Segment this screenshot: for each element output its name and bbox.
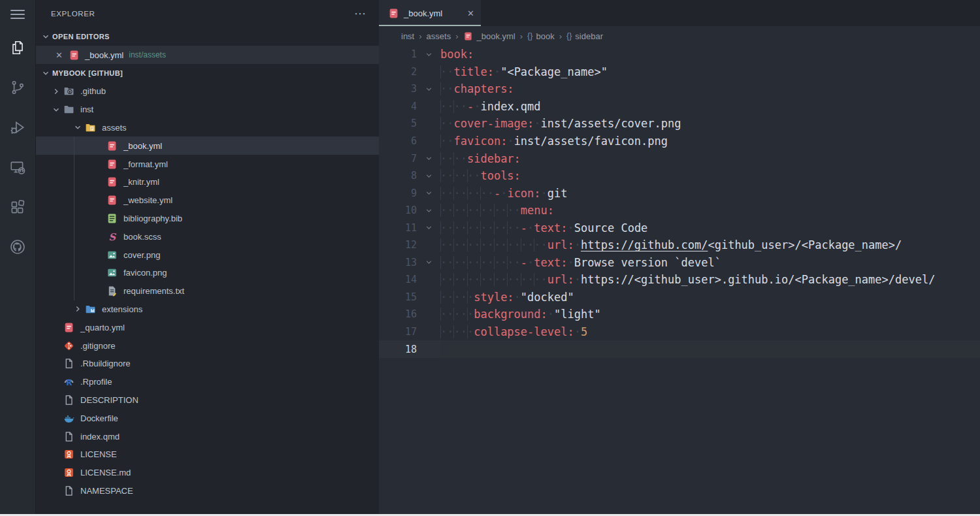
chevron-down-icon <box>73 122 83 133</box>
menu-button[interactable] <box>0 0 36 29</box>
tree-item-label: requirements.txt <box>123 286 184 296</box>
svg-text:R: R <box>66 378 72 387</box>
code-line-content: ·····background:·"light" <box>440 308 601 321</box>
indent-guide <box>440 256 441 269</box>
tree-item--quarto-yml[interactable]: _quarto.yml <box>36 318 379 336</box>
fold-chevron-icon[interactable] <box>417 50 440 59</box>
image-icon <box>106 267 118 278</box>
tree-item--gitignore[interactable]: .gitignore <box>36 336 379 355</box>
code-line-1[interactable]: 1book: <box>379 46 980 63</box>
open-editor-item[interactable]: ✕ _book.yml inst/assets <box>36 46 379 64</box>
code-line-2[interactable]: 2··title:·"<Package_name>" <box>379 63 980 81</box>
tree-item-assets[interactable]: assets <box>36 119 379 137</box>
activity-source-control[interactable] <box>0 69 36 108</box>
indent-guide <box>480 204 481 217</box>
activity-extensions[interactable] <box>0 188 36 228</box>
tree-item-dockerfile[interactable]: Dockerfile <box>36 409 379 427</box>
workspace-section-header[interactable]: MYBOOK [GITHUB] <box>36 64 379 82</box>
tree-item-label: _knitr.yml <box>123 177 159 187</box>
open-editors-section-header[interactable]: OPEN EDITORS <box>36 27 379 46</box>
code-line-18[interactable]: 18 <box>379 340 980 358</box>
tree-item-description[interactable]: DESCRIPTION <box>36 391 379 410</box>
activity-run-debug[interactable] <box>0 108 36 148</box>
code-line-4[interactable]: 4····-·index.qmd <box>379 98 980 116</box>
tree-item-label: _format.yml <box>123 159 168 169</box>
indent-guide <box>467 238 468 251</box>
code-line-6[interactable]: 6··favicon:·inst/assets/favicon.png <box>379 133 980 150</box>
fold-chevron-icon[interactable] <box>417 154 440 163</box>
code-line-13[interactable]: 13············-·text:·Browse version `de… <box>379 254 980 272</box>
code-line-7[interactable]: 7····sidebar: <box>379 150 980 167</box>
breadcrumb-item--book-yml[interactable]: _book.yml <box>463 31 515 41</box>
tree-item-requirements-txt[interactable]: requirements.txt <box>36 282 379 300</box>
fold-chevron-icon[interactable] <box>417 206 440 215</box>
tree-item-cover-png[interactable]: cover.png <box>36 246 379 264</box>
tree-item-favicon-png[interactable]: favicon.png <box>36 264 379 282</box>
tree-item-extensions[interactable]: extensions <box>36 300 379 319</box>
close-icon[interactable]: ✕ <box>56 50 69 60</box>
tree-item-license[interactable]: LICENSE <box>36 445 379 464</box>
code-line-8[interactable]: 8······tools: <box>379 167 980 185</box>
code-line-5[interactable]: 5··cover-image:·inst/assets/cover.png <box>379 115 980 133</box>
tab-book-yml[interactable]: _book.yml ✕ <box>379 0 481 26</box>
activity-remote-explorer[interactable] <box>0 148 36 188</box>
more-actions-button[interactable]: ⋯ <box>354 10 367 17</box>
fold-chevron-icon[interactable] <box>417 223 440 232</box>
code-line-16[interactable]: 16·····background:·"light" <box>379 306 980 323</box>
breadcrumb-item-book[interactable]: {}book <box>527 31 555 41</box>
chevron-slot <box>51 340 61 351</box>
activity-explorer[interactable] <box>0 29 36 69</box>
token-key: menu: <box>521 204 554 217</box>
tree-item-license-md[interactable]: LICENSE.md <box>36 464 379 482</box>
code-line-14[interactable]: 14················url:·https://<github_u… <box>379 271 980 289</box>
token-num: 5 <box>581 325 587 338</box>
code-line-3[interactable]: 3··chapters: <box>379 80 980 98</box>
breadcrumb-label: assets <box>427 31 451 41</box>
code-editor[interactable]: 1book:2··title:·"<Package_name>"3··chapt… <box>379 46 980 514</box>
tree-item-label: NAMESPACE <box>80 486 133 496</box>
fold-chevron-icon[interactable] <box>417 172 440 180</box>
code-line-9[interactable]: 9········-·icon:·git <box>379 184 980 202</box>
indent-guide <box>480 256 481 269</box>
tree-item-index-qmd[interactable]: index.qmd <box>36 427 379 445</box>
token-str: "light" <box>554 308 601 321</box>
hamburger-icon <box>10 7 25 22</box>
indent-guide <box>534 273 534 286</box>
gutter: 4 <box>379 98 440 116</box>
fold-chevron-icon[interactable] <box>417 189 440 197</box>
fold-chevron-icon[interactable] <box>417 85 440 93</box>
activity-github[interactable] <box>0 228 36 268</box>
tree-item--knitr-yml[interactable]: _knitr.yml <box>36 173 379 191</box>
explorer-header: EXPLORER ⋯ <box>36 0 379 27</box>
tree-item--book-yml[interactable]: _book.yml <box>36 137 379 155</box>
breadcrumb-item-assets[interactable]: assets <box>427 31 451 41</box>
tree-item--format-yml[interactable]: _format.yml <box>36 155 379 173</box>
breadcrumb-item-inst[interactable]: inst <box>401 31 414 41</box>
gutter: 16 <box>379 306 440 323</box>
indent-guide <box>507 256 508 269</box>
files-icon <box>9 39 26 59</box>
tree-item-book-scss[interactable]: Sbook.scss <box>36 227 379 246</box>
indent-guide <box>507 221 508 234</box>
tree-item--github[interactable]: .github <box>36 82 379 101</box>
tree-item--rbuildignore[interactable]: .Rbuildignore <box>36 355 379 373</box>
tab-close-button[interactable]: ✕ <box>463 8 474 18</box>
token-val: inst/assets/cover.png <box>541 117 681 130</box>
tree-item--rprofile[interactable]: R.Rprofile <box>36 373 379 391</box>
tree-item-namespace[interactable]: NAMESPACE <box>36 482 379 500</box>
code-line-15[interactable]: 15·····style:·"docked" <box>379 289 980 306</box>
code-line-17[interactable]: 17·····collapse-level:·5 <box>379 323 980 341</box>
code-line-10[interactable]: 10············menu: <box>379 202 980 219</box>
fold-chevron-icon[interactable] <box>417 258 440 266</box>
indent-guide <box>453 221 454 234</box>
breadcrumb-item-sidebar[interactable]: {}sidebar <box>566 31 603 41</box>
tree-item-inst[interactable]: inst <box>36 101 379 119</box>
open-editor-filename: _book.yml <box>85 50 123 60</box>
gutter: 13 <box>379 254 440 272</box>
source-control-icon <box>9 79 26 99</box>
code-line-11[interactable]: 11············-·text:·Source Code <box>379 219 980 236</box>
code-line-12[interactable]: 12················url:·https://github.co… <box>379 236 980 254</box>
indent-guide <box>453 273 454 286</box>
tree-item--website-yml[interactable]: _website.yml <box>36 191 379 210</box>
tree-item-bibliography-bib[interactable]: bibliography.bib <box>36 210 379 228</box>
